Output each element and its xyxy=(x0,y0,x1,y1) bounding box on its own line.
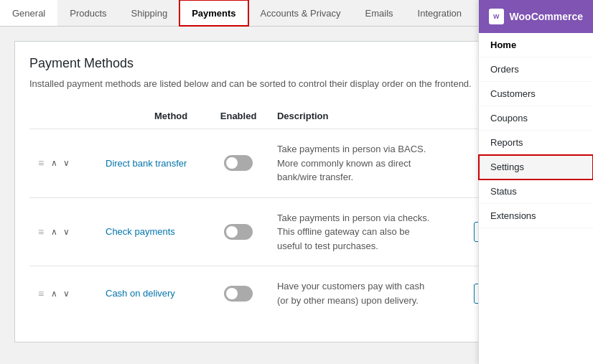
woo-menu-link-extensions[interactable]: Extensions xyxy=(479,204,593,228)
woo-menu-item-reports[interactable]: Reports xyxy=(479,131,593,155)
drag-handle-icon[interactable]: ≡ xyxy=(38,226,44,238)
move-up-button[interactable]: ∧ xyxy=(50,287,59,300)
woo-brand-label: WooCommerce xyxy=(510,11,583,22)
tab-payments[interactable]: Payments xyxy=(179,0,248,26)
row-controls: ≡ ∧ ∨ xyxy=(38,157,88,169)
tab-emails[interactable]: Emails xyxy=(353,0,406,26)
toggle-direct-bank-transfer[interactable] xyxy=(224,155,253,171)
woo-menu-link-coupons[interactable]: Coupons xyxy=(479,106,593,130)
method-link-direct-bank-transfer[interactable]: Direct bank transfer xyxy=(106,158,187,169)
col-header-method: Method xyxy=(97,103,208,129)
tab-integration[interactable]: Integration xyxy=(406,0,474,26)
col-header-enabled: Enabled xyxy=(208,103,269,129)
woo-menu-item-extensions[interactable]: Extensions xyxy=(479,204,593,228)
woo-menu-link-orders[interactable]: Orders xyxy=(479,57,593,81)
row-controls: ≡ ∧ ∨ xyxy=(38,225,88,238)
woo-menu-item-orders[interactable]: Orders xyxy=(479,57,593,82)
description-cash-on-delivery: Have your customers pay with cash (or by… xyxy=(277,279,435,307)
woo-menu-item-settings[interactable]: Settings xyxy=(479,155,593,179)
drag-handle-icon[interactable]: ≡ xyxy=(38,288,44,299)
move-up-button[interactable]: ∧ xyxy=(50,225,59,238)
woo-menu-item-coupons[interactable]: Coupons xyxy=(479,106,593,131)
move-down-button[interactable]: ∨ xyxy=(62,287,71,300)
toggle-check-payments[interactable] xyxy=(224,224,253,240)
description-direct-bank-transfer: Take payments in person via BACS. More c… xyxy=(277,142,435,185)
row-controls: ≡ ∧ ∨ xyxy=(38,287,88,300)
move-up-button[interactable]: ∧ xyxy=(50,157,59,169)
woo-logo-icon: W xyxy=(489,9,504,24)
tab-shipping[interactable]: Shipping xyxy=(119,0,180,26)
method-link-check-payments[interactable]: Check payments xyxy=(106,226,175,237)
description-check-payments: Take payments in person via checks. This… xyxy=(277,211,435,253)
woo-menu-item-home[interactable]: Home xyxy=(479,33,593,57)
woo-menu-item-customers[interactable]: Customers xyxy=(479,82,593,106)
tab-accounts-privacy[interactable]: Accounts & Privacy xyxy=(248,0,353,26)
woo-menu: HomeOrdersCustomersCouponsReportsSetting… xyxy=(479,33,593,228)
tab-general[interactable]: General xyxy=(0,0,57,26)
woo-menu-link-reports[interactable]: Reports xyxy=(479,131,593,154)
method-link-cash-on-delivery[interactable]: Cash on delivery xyxy=(106,288,175,299)
col-header-description: Description xyxy=(269,103,465,129)
woo-menu-item-status[interactable]: Status xyxy=(479,179,593,204)
woo-menu-link-settings[interactable]: Settings xyxy=(479,155,593,179)
woo-menu-link-status[interactable]: Status xyxy=(479,179,593,203)
move-down-button[interactable]: ∨ xyxy=(62,157,71,169)
woo-menu-link-home[interactable]: Home xyxy=(479,33,593,57)
woo-header: W WooCommerce xyxy=(479,0,593,33)
move-down-button[interactable]: ∨ xyxy=(62,225,71,238)
drag-handle-icon[interactable]: ≡ xyxy=(38,157,44,169)
woocommerce-panel: W WooCommerce HomeOrdersCustomersCoupons… xyxy=(478,0,593,364)
toggle-cash-on-delivery[interactable] xyxy=(224,286,253,302)
tab-products[interactable]: Products xyxy=(57,0,118,26)
woo-menu-link-customers[interactable]: Customers xyxy=(479,82,593,106)
